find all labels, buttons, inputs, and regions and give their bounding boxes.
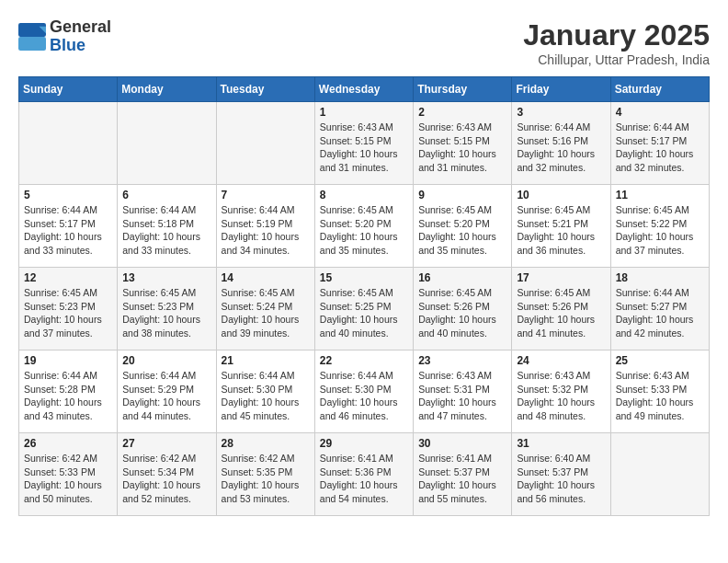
day-info: Sunrise: 6:45 AMSunset: 5:20 PMDaylight:…: [418, 203, 506, 258]
day-info: Sunrise: 6:44 AMSunset: 5:18 PMDaylight:…: [122, 203, 210, 258]
day-info: Sunrise: 6:44 AMSunset: 5:17 PMDaylight:…: [616, 121, 704, 175]
calendar-cell: [19, 102, 118, 185]
day-number: 2: [418, 106, 506, 119]
day-number: 4: [616, 106, 704, 119]
day-info: Sunrise: 6:45 AMSunset: 5:25 PMDaylight:…: [320, 286, 408, 340]
day-info: Sunrise: 6:43 AMSunset: 5:33 PMDaylight:…: [616, 369, 704, 423]
calendar-cell: 2Sunrise: 6:43 AMSunset: 5:15 PMDaylight…: [414, 102, 512, 185]
calendar-cell: 20Sunrise: 6:44 AMSunset: 5:29 PMDayligh…: [118, 350, 216, 433]
day-info: Sunrise: 6:45 AMSunset: 5:23 PMDaylight:…: [122, 286, 210, 340]
day-number: 1: [320, 106, 408, 119]
calendar-week-2: 5Sunrise: 6:44 AMSunset: 5:17 PMDaylight…: [19, 185, 710, 268]
day-info: Sunrise: 6:45 AMSunset: 5:20 PMDaylight:…: [320, 203, 408, 258]
day-info: Sunrise: 6:45 AMSunset: 5:22 PMDaylight:…: [616, 203, 704, 258]
day-number: 20: [122, 354, 210, 367]
header-wednesday: Wednesday: [314, 77, 413, 102]
day-number: 30: [418, 437, 506, 450]
calendar-cell: 8Sunrise: 6:45 AMSunset: 5:20 PMDaylight…: [314, 185, 413, 268]
day-number: 16: [418, 271, 506, 284]
day-number: 6: [122, 189, 210, 201]
day-number: 31: [517, 437, 605, 450]
header: General Blue January 2025 Chillupar, Utt…: [18, 18, 710, 67]
calendar-cell: 18Sunrise: 6:44 AMSunset: 5:27 PMDayligh…: [610, 268, 709, 350]
calendar-cell: 14Sunrise: 6:45 AMSunset: 5:24 PMDayligh…: [216, 268, 314, 350]
day-info: Sunrise: 6:45 AMSunset: 5:23 PMDaylight:…: [24, 286, 112, 340]
day-number: 9: [418, 189, 506, 201]
day-number: 24: [517, 354, 605, 367]
calendar-week-5: 26Sunrise: 6:42 AMSunset: 5:33 PMDayligh…: [19, 433, 710, 516]
day-number: 12: [24, 271, 112, 284]
day-number: 22: [320, 354, 408, 367]
calendar-cell: 21Sunrise: 6:44 AMSunset: 5:30 PMDayligh…: [216, 350, 314, 433]
day-info: Sunrise: 6:44 AMSunset: 5:30 PMDaylight:…: [320, 369, 408, 423]
title-area: January 2025 Chillupar, Uttar Pradesh, I…: [523, 18, 710, 67]
calendar-week-3: 12Sunrise: 6:45 AMSunset: 5:23 PMDayligh…: [19, 268, 710, 350]
day-info: Sunrise: 6:45 AMSunset: 5:26 PMDaylight:…: [418, 286, 506, 340]
days-header-row: Sunday Monday Tuesday Wednesday Thursday…: [19, 77, 710, 102]
day-info: Sunrise: 6:43 AMSunset: 5:31 PMDaylight:…: [418, 369, 506, 423]
day-info: Sunrise: 6:44 AMSunset: 5:30 PMDaylight:…: [222, 369, 310, 423]
calendar-cell: 23Sunrise: 6:43 AMSunset: 5:31 PMDayligh…: [414, 350, 512, 433]
calendar-cell: 24Sunrise: 6:43 AMSunset: 5:32 PMDayligh…: [512, 350, 610, 433]
day-number: 26: [24, 437, 112, 450]
svg-rect-0: [18, 23, 46, 37]
calendar-cell: 5Sunrise: 6:44 AMSunset: 5:17 PMDaylight…: [19, 185, 118, 268]
day-info: Sunrise: 6:43 AMSunset: 5:32 PMDaylight:…: [517, 369, 605, 423]
calendar-cell: [216, 102, 314, 185]
header-friday: Friday: [512, 77, 610, 102]
day-number: 3: [517, 106, 605, 119]
day-info: Sunrise: 6:42 AMSunset: 5:34 PMDaylight:…: [122, 452, 210, 506]
svg-rect-1: [18, 37, 46, 51]
day-info: Sunrise: 6:42 AMSunset: 5:35 PMDaylight:…: [222, 452, 310, 506]
day-number: 21: [222, 354, 310, 367]
calendar-cell: 1Sunrise: 6:43 AMSunset: 5:15 PMDaylight…: [314, 102, 413, 185]
calendar-week-4: 19Sunrise: 6:44 AMSunset: 5:28 PMDayligh…: [19, 350, 710, 433]
day-info: Sunrise: 6:44 AMSunset: 5:19 PMDaylight:…: [222, 203, 310, 258]
calendar-cell: 3Sunrise: 6:44 AMSunset: 5:16 PMDaylight…: [512, 102, 610, 185]
day-number: 14: [222, 271, 310, 284]
day-info: Sunrise: 6:45 AMSunset: 5:26 PMDaylight:…: [517, 286, 605, 340]
header-sunday: Sunday: [19, 77, 118, 102]
calendar-cell: 29Sunrise: 6:41 AMSunset: 5:36 PMDayligh…: [314, 433, 413, 516]
calendar-cell: 6Sunrise: 6:44 AMSunset: 5:18 PMDaylight…: [118, 185, 216, 268]
calendar-cell: 13Sunrise: 6:45 AMSunset: 5:23 PMDayligh…: [118, 268, 216, 350]
calendar-cell: 17Sunrise: 6:45 AMSunset: 5:26 PMDayligh…: [512, 268, 610, 350]
day-number: 8: [320, 189, 408, 201]
calendar-cell: 10Sunrise: 6:45 AMSunset: 5:21 PMDayligh…: [512, 185, 610, 268]
day-number: 19: [24, 354, 112, 367]
logo-blue: Blue: [50, 36, 85, 54]
day-number: 23: [418, 354, 506, 367]
calendar-cell: 31Sunrise: 6:40 AMSunset: 5:37 PMDayligh…: [512, 433, 610, 516]
day-number: 25: [616, 354, 704, 367]
calendar-cell: 25Sunrise: 6:43 AMSunset: 5:33 PMDayligh…: [610, 350, 709, 433]
day-number: 18: [616, 271, 704, 284]
calendar-cell: [118, 102, 216, 185]
calendar-subtitle: Chillupar, Uttar Pradesh, India: [523, 52, 710, 67]
calendar-cell: 26Sunrise: 6:42 AMSunset: 5:33 PMDayligh…: [19, 433, 118, 516]
calendar-cell: [610, 433, 709, 516]
calendar-cell: 15Sunrise: 6:45 AMSunset: 5:25 PMDayligh…: [314, 268, 413, 350]
day-info: Sunrise: 6:44 AMSunset: 5:29 PMDaylight:…: [122, 369, 210, 423]
day-number: 27: [122, 437, 210, 450]
calendar-cell: 27Sunrise: 6:42 AMSunset: 5:34 PMDayligh…: [118, 433, 216, 516]
header-monday: Monday: [118, 77, 216, 102]
calendar-cell: 16Sunrise: 6:45 AMSunset: 5:26 PMDayligh…: [414, 268, 512, 350]
calendar-cell: 19Sunrise: 6:44 AMSunset: 5:28 PMDayligh…: [19, 350, 118, 433]
logo: General Blue: [18, 18, 111, 55]
calendar-cell: 22Sunrise: 6:44 AMSunset: 5:30 PMDayligh…: [314, 350, 413, 433]
calendar-cell: 7Sunrise: 6:44 AMSunset: 5:19 PMDaylight…: [216, 185, 314, 268]
calendar-cell: 12Sunrise: 6:45 AMSunset: 5:23 PMDayligh…: [19, 268, 118, 350]
day-number: 15: [320, 271, 408, 284]
day-info: Sunrise: 6:44 AMSunset: 5:17 PMDaylight:…: [24, 203, 112, 258]
calendar-cell: 30Sunrise: 6:41 AMSunset: 5:37 PMDayligh…: [414, 433, 512, 516]
calendar-cell: 28Sunrise: 6:42 AMSunset: 5:35 PMDayligh…: [216, 433, 314, 516]
day-info: Sunrise: 6:44 AMSunset: 5:16 PMDaylight:…: [517, 121, 605, 175]
day-number: 28: [222, 437, 310, 450]
day-number: 5: [24, 189, 112, 201]
header-saturday: Saturday: [610, 77, 709, 102]
day-info: Sunrise: 6:40 AMSunset: 5:37 PMDaylight:…: [517, 452, 605, 506]
day-number: 7: [222, 189, 310, 201]
logo-icon: [18, 23, 46, 51]
day-info: Sunrise: 6:43 AMSunset: 5:15 PMDaylight:…: [418, 121, 506, 175]
calendar-cell: 4Sunrise: 6:44 AMSunset: 5:17 PMDaylight…: [610, 102, 709, 185]
